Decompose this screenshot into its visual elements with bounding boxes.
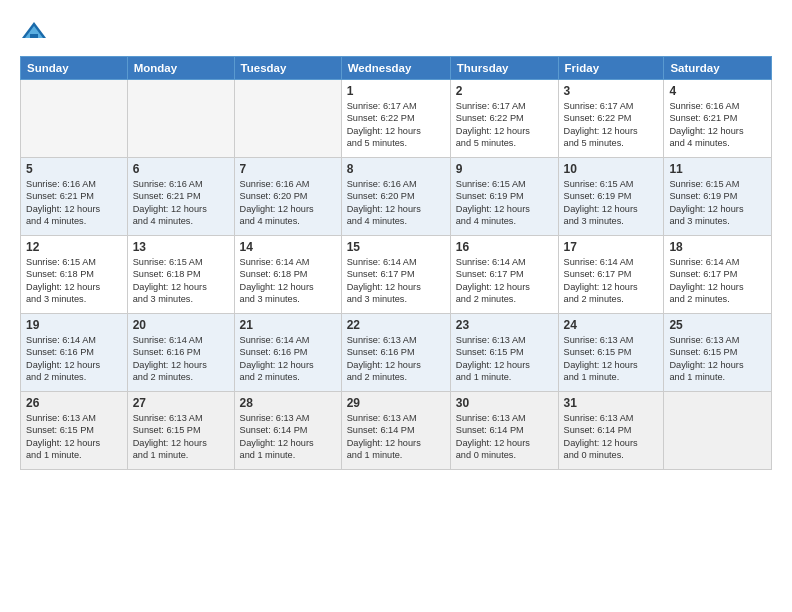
page: SundayMondayTuesdayWednesdayThursdayFrid… — [0, 0, 792, 612]
day-number: 17 — [564, 240, 659, 254]
calendar-cell: 6Sunrise: 6:16 AM Sunset: 6:21 PM Daylig… — [127, 158, 234, 236]
calendar-cell: 1Sunrise: 6:17 AM Sunset: 6:22 PM Daylig… — [341, 80, 450, 158]
day-number: 16 — [456, 240, 553, 254]
calendar-cell: 8Sunrise: 6:16 AM Sunset: 6:20 PM Daylig… — [341, 158, 450, 236]
calendar-cell: 28Sunrise: 6:13 AM Sunset: 6:14 PM Dayli… — [234, 392, 341, 470]
day-number: 19 — [26, 318, 122, 332]
day-info: Sunrise: 6:14 AM Sunset: 6:17 PM Dayligh… — [669, 256, 766, 306]
day-number: 5 — [26, 162, 122, 176]
weekday-header-row: SundayMondayTuesdayWednesdayThursdayFrid… — [21, 57, 772, 80]
day-info: Sunrise: 6:16 AM Sunset: 6:21 PM Dayligh… — [133, 178, 229, 228]
day-info: Sunrise: 6:15 AM Sunset: 6:19 PM Dayligh… — [669, 178, 766, 228]
day-info: Sunrise: 6:13 AM Sunset: 6:15 PM Dayligh… — [133, 412, 229, 462]
day-number: 14 — [240, 240, 336, 254]
calendar-cell: 5Sunrise: 6:16 AM Sunset: 6:21 PM Daylig… — [21, 158, 128, 236]
calendar-cell: 9Sunrise: 6:15 AM Sunset: 6:19 PM Daylig… — [450, 158, 558, 236]
calendar-cell: 2Sunrise: 6:17 AM Sunset: 6:22 PM Daylig… — [450, 80, 558, 158]
day-info: Sunrise: 6:16 AM Sunset: 6:20 PM Dayligh… — [240, 178, 336, 228]
day-info: Sunrise: 6:13 AM Sunset: 6:14 PM Dayligh… — [240, 412, 336, 462]
calendar-cell: 20Sunrise: 6:14 AM Sunset: 6:16 PM Dayli… — [127, 314, 234, 392]
day-info: Sunrise: 6:17 AM Sunset: 6:22 PM Dayligh… — [456, 100, 553, 150]
day-info: Sunrise: 6:14 AM Sunset: 6:17 PM Dayligh… — [347, 256, 445, 306]
day-number: 7 — [240, 162, 336, 176]
calendar-cell: 23Sunrise: 6:13 AM Sunset: 6:15 PM Dayli… — [450, 314, 558, 392]
day-number: 28 — [240, 396, 336, 410]
day-number: 21 — [240, 318, 336, 332]
day-info: Sunrise: 6:13 AM Sunset: 6:16 PM Dayligh… — [347, 334, 445, 384]
day-number: 29 — [347, 396, 445, 410]
weekday-header-friday: Friday — [558, 57, 664, 80]
calendar-cell: 10Sunrise: 6:15 AM Sunset: 6:19 PM Dayli… — [558, 158, 664, 236]
calendar-cell — [21, 80, 128, 158]
day-number: 13 — [133, 240, 229, 254]
calendar-cell: 15Sunrise: 6:14 AM Sunset: 6:17 PM Dayli… — [341, 236, 450, 314]
calendar-cell: 25Sunrise: 6:13 AM Sunset: 6:15 PM Dayli… — [664, 314, 772, 392]
day-number: 4 — [669, 84, 766, 98]
weekday-header-tuesday: Tuesday — [234, 57, 341, 80]
day-number: 12 — [26, 240, 122, 254]
day-info: Sunrise: 6:13 AM Sunset: 6:14 PM Dayligh… — [347, 412, 445, 462]
calendar-cell: 7Sunrise: 6:16 AM Sunset: 6:20 PM Daylig… — [234, 158, 341, 236]
day-number: 18 — [669, 240, 766, 254]
day-number: 6 — [133, 162, 229, 176]
calendar-cell: 14Sunrise: 6:14 AM Sunset: 6:18 PM Dayli… — [234, 236, 341, 314]
day-number: 31 — [564, 396, 659, 410]
day-info: Sunrise: 6:17 AM Sunset: 6:22 PM Dayligh… — [347, 100, 445, 150]
calendar-cell — [127, 80, 234, 158]
day-info: Sunrise: 6:15 AM Sunset: 6:19 PM Dayligh… — [456, 178, 553, 228]
day-number: 8 — [347, 162, 445, 176]
calendar-cell: 18Sunrise: 6:14 AM Sunset: 6:17 PM Dayli… — [664, 236, 772, 314]
calendar-cell: 31Sunrise: 6:13 AM Sunset: 6:14 PM Dayli… — [558, 392, 664, 470]
calendar-cell: 12Sunrise: 6:15 AM Sunset: 6:18 PM Dayli… — [21, 236, 128, 314]
day-number: 11 — [669, 162, 766, 176]
day-info: Sunrise: 6:14 AM Sunset: 6:17 PM Dayligh… — [456, 256, 553, 306]
day-number: 27 — [133, 396, 229, 410]
day-info: Sunrise: 6:13 AM Sunset: 6:15 PM Dayligh… — [564, 334, 659, 384]
day-info: Sunrise: 6:16 AM Sunset: 6:20 PM Dayligh… — [347, 178, 445, 228]
logo — [20, 18, 52, 46]
day-info: Sunrise: 6:16 AM Sunset: 6:21 PM Dayligh… — [26, 178, 122, 228]
day-number: 20 — [133, 318, 229, 332]
week-row-4: 19Sunrise: 6:14 AM Sunset: 6:16 PM Dayli… — [21, 314, 772, 392]
calendar-cell: 3Sunrise: 6:17 AM Sunset: 6:22 PM Daylig… — [558, 80, 664, 158]
day-info: Sunrise: 6:14 AM Sunset: 6:16 PM Dayligh… — [240, 334, 336, 384]
week-row-1: 1Sunrise: 6:17 AM Sunset: 6:22 PM Daylig… — [21, 80, 772, 158]
day-number: 10 — [564, 162, 659, 176]
svg-rect-2 — [30, 34, 38, 38]
day-info: Sunrise: 6:16 AM Sunset: 6:21 PM Dayligh… — [669, 100, 766, 150]
calendar-cell — [234, 80, 341, 158]
day-info: Sunrise: 6:17 AM Sunset: 6:22 PM Dayligh… — [564, 100, 659, 150]
day-number: 26 — [26, 396, 122, 410]
calendar-cell: 22Sunrise: 6:13 AM Sunset: 6:16 PM Dayli… — [341, 314, 450, 392]
calendar-cell: 4Sunrise: 6:16 AM Sunset: 6:21 PM Daylig… — [664, 80, 772, 158]
calendar-cell: 16Sunrise: 6:14 AM Sunset: 6:17 PM Dayli… — [450, 236, 558, 314]
day-info: Sunrise: 6:14 AM Sunset: 6:17 PM Dayligh… — [564, 256, 659, 306]
day-info: Sunrise: 6:13 AM Sunset: 6:15 PM Dayligh… — [26, 412, 122, 462]
day-number: 30 — [456, 396, 553, 410]
calendar-cell: 26Sunrise: 6:13 AM Sunset: 6:15 PM Dayli… — [21, 392, 128, 470]
header — [20, 18, 772, 46]
day-info: Sunrise: 6:13 AM Sunset: 6:14 PM Dayligh… — [564, 412, 659, 462]
weekday-header-thursday: Thursday — [450, 57, 558, 80]
week-row-2: 5Sunrise: 6:16 AM Sunset: 6:21 PM Daylig… — [21, 158, 772, 236]
day-number: 2 — [456, 84, 553, 98]
calendar-cell: 19Sunrise: 6:14 AM Sunset: 6:16 PM Dayli… — [21, 314, 128, 392]
day-info: Sunrise: 6:13 AM Sunset: 6:15 PM Dayligh… — [669, 334, 766, 384]
day-info: Sunrise: 6:14 AM Sunset: 6:16 PM Dayligh… — [26, 334, 122, 384]
week-row-3: 12Sunrise: 6:15 AM Sunset: 6:18 PM Dayli… — [21, 236, 772, 314]
day-number: 25 — [669, 318, 766, 332]
calendar-cell: 24Sunrise: 6:13 AM Sunset: 6:15 PM Dayli… — [558, 314, 664, 392]
weekday-header-monday: Monday — [127, 57, 234, 80]
day-number: 9 — [456, 162, 553, 176]
calendar-cell: 29Sunrise: 6:13 AM Sunset: 6:14 PM Dayli… — [341, 392, 450, 470]
calendar-cell: 11Sunrise: 6:15 AM Sunset: 6:19 PM Dayli… — [664, 158, 772, 236]
day-number: 22 — [347, 318, 445, 332]
day-info: Sunrise: 6:14 AM Sunset: 6:18 PM Dayligh… — [240, 256, 336, 306]
calendar-cell — [664, 392, 772, 470]
weekday-header-wednesday: Wednesday — [341, 57, 450, 80]
day-number: 1 — [347, 84, 445, 98]
weekday-header-saturday: Saturday — [664, 57, 772, 80]
calendar-cell: 17Sunrise: 6:14 AM Sunset: 6:17 PM Dayli… — [558, 236, 664, 314]
calendar-cell: 13Sunrise: 6:15 AM Sunset: 6:18 PM Dayli… — [127, 236, 234, 314]
day-number: 24 — [564, 318, 659, 332]
